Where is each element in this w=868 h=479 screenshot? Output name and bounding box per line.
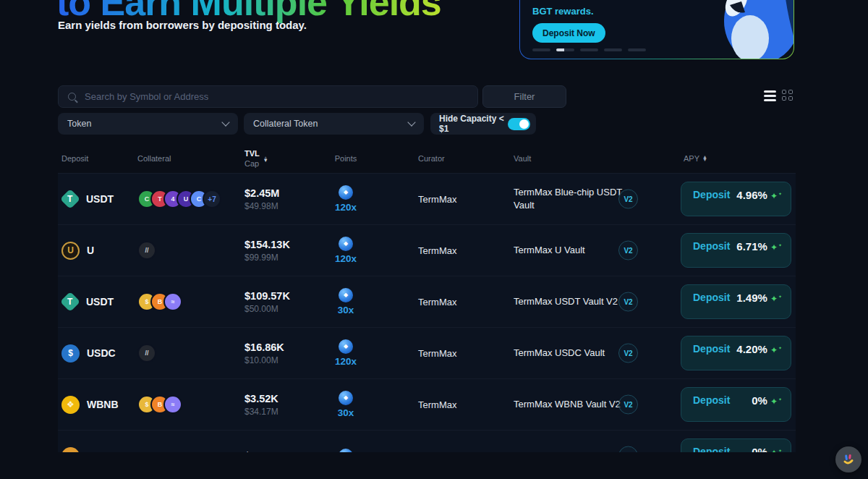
carousel-dot[interactable] [556, 48, 574, 51]
table-row[interactable]: 1 USD1 $186.15 ◆ TermMax TermMax USD1 Va… [58, 430, 796, 452]
header-apy-sort[interactable]: APY ▲▼ [684, 154, 707, 163]
collateral-coin-icon: ≈ [163, 395, 182, 414]
search-input[interactable] [83, 90, 433, 103]
token-icon: T [60, 189, 80, 209]
token-symbol: WBNB [87, 399, 119, 410]
collateral-cell: // [137, 328, 156, 378]
grid-view-icon[interactable] [782, 90, 793, 101]
list-view-icon[interactable] [764, 90, 776, 101]
carousel-dot[interactable] [604, 48, 622, 51]
tvl-value: $2.45M [244, 187, 279, 199]
table-row[interactable]: T USDT $B≈ $109.57K $50.00M ◆ 30x TermMa… [58, 276, 796, 327]
cap-value: $99.99M [244, 253, 278, 263]
deposit-button[interactable]: Deposit 4.96%✦ [681, 182, 791, 216]
points-icon: ◆ [339, 339, 353, 354]
chat-logo-icon [842, 453, 855, 466]
points-cell: ◆ 120x [324, 174, 367, 224]
vault-cell: TermMax USDC Vault [514, 328, 629, 378]
promo-banner: BGT rewards. Deposit Now [519, 0, 794, 59]
token-icon: T [60, 292, 80, 312]
sparkle-icon: ✦ [770, 191, 782, 201]
points-icon: ◆ [339, 185, 353, 200]
carousel-dot[interactable] [628, 48, 646, 51]
table-row[interactable]: ❖ WBNB $B≈ $3.52K $34.17M ◆ 30x TermMax … [58, 378, 796, 430]
vault-cell: TermMax Blue-chip USDT Vault [514, 174, 629, 224]
vault-version-badge: V2 [618, 292, 638, 312]
points-cell: ◆ 30x [324, 276, 367, 327]
vault-cell: TermMax U Vault [514, 225, 629, 276]
vault-version-badge: V2 [618, 241, 638, 260]
token-cell: T USDT [61, 174, 114, 224]
header-tvl-cap-sort[interactable]: TVL Cap ▲▼ [244, 149, 268, 169]
points-icon: ◆ [339, 237, 353, 251]
deposit-button-label: Deposit [693, 240, 730, 252]
apy-value: 6.71%✦ [736, 240, 782, 253]
points-multiplier: 30x [338, 305, 354, 315]
collateral-coin-icon: // [137, 344, 156, 363]
curator-cell: TermMax [418, 431, 456, 452]
token-icon: U [61, 242, 80, 260]
collateral-cell: CT4UC+7 [137, 174, 221, 224]
apy-value: 4.20%✦ [736, 343, 782, 355]
deposit-now-button[interactable]: Deposit Now [532, 23, 605, 43]
deposit-button[interactable]: Deposit 0%✦ [681, 387, 791, 422]
token-symbol: USDC [87, 347, 116, 359]
token-symbol: USD1 [87, 450, 114, 452]
collateral-more-badge: +7 [203, 190, 221, 208]
apy-value: 0%✦ [752, 446, 782, 452]
vault-name: TermMax USDC Vault [514, 347, 605, 360]
apy-value: 4.96%✦ [736, 189, 782, 201]
header-collateral: Collateral [137, 154, 171, 163]
tvl-cell: $154.13K $99.99M [244, 225, 290, 276]
collateral-token-dropdown[interactable]: Collateral Token [244, 113, 424, 135]
vault-cell: TermMax USD1 Vault [514, 431, 629, 452]
token-symbol: USDT [86, 193, 114, 205]
hide-capacity-filter: Hide Capacity < $1 [430, 113, 536, 135]
search-bar[interactable] [58, 85, 478, 108]
collateral-coin-icon: ≈ [163, 292, 182, 311]
points-multiplier: 30x [338, 407, 354, 418]
points-icon: ◆ [339, 449, 353, 452]
chat-widget-button[interactable] [835, 446, 861, 472]
tvl-cell: $109.57K $50.00M [244, 276, 290, 327]
tvl-value: $16.86K [244, 342, 284, 353]
points-cell: ◆ 120x [324, 225, 367, 276]
carousel-dots[interactable] [532, 48, 646, 51]
hide-capacity-toggle[interactable] [508, 118, 530, 130]
deposit-button-label: Deposit [693, 292, 730, 303]
tvl-value: $3.52K [244, 393, 278, 404]
tvl-value: $186.15 [244, 450, 282, 452]
deposit-button[interactable]: Deposit 1.49%✦ [681, 284, 791, 319]
token-dropdown[interactable]: Token [58, 113, 238, 135]
vault-name: TermMax USDT Vault V2 [514, 295, 618, 308]
token-cell: T USDT [61, 276, 114, 327]
vault-name: TermMax WBNB Vault V2 [514, 398, 621, 411]
carousel-dot[interactable] [580, 48, 598, 51]
deposit-button[interactable]: Deposit 6.71%✦ [681, 233, 791, 268]
points-cell: ◆ 120x [324, 328, 367, 378]
vault-name: TermMax U Vault [514, 244, 585, 257]
token-icon: ❖ [61, 396, 80, 414]
table-row[interactable]: T USDT CT4UC+7 $2.45M $49.98M ◆ 120x Ter… [58, 173, 796, 224]
token-symbol: U [87, 245, 94, 256]
apy-value: 1.49%✦ [736, 292, 782, 304]
header-curator: Curator [418, 154, 445, 163]
table-row[interactable]: U U // $154.13K $99.99M ◆ 120x TermMax T… [58, 224, 796, 276]
cap-value: $49.98M [244, 201, 278, 211]
token-symbol: USDT [86, 296, 114, 308]
tvl-cell: $16.86K $10.00M [244, 328, 284, 378]
tvl-cell: $186.15 [244, 431, 282, 452]
points-multiplier: 120x [335, 202, 357, 213]
deposit-button-label: Deposit [693, 394, 730, 406]
carousel-dot[interactable] [532, 48, 550, 51]
deposit-button-label: Deposit [693, 189, 730, 200]
token-cell: 1 USD1 [61, 431, 114, 452]
deposit-button[interactable]: Deposit 0%✦ [681, 438, 791, 452]
curator-cell: TermMax [418, 276, 456, 327]
filter-button[interactable]: Filter [482, 85, 566, 108]
deposit-button[interactable]: Deposit 4.20%✦ [681, 336, 791, 370]
table-row[interactable]: $ USDC // $16.86K $10.00M ◆ 120x TermMax… [58, 327, 796, 378]
header-vault: Vault [514, 154, 531, 163]
collateral-cell: $B≈ [137, 276, 182, 327]
token-cell: $ USDC [61, 328, 116, 378]
